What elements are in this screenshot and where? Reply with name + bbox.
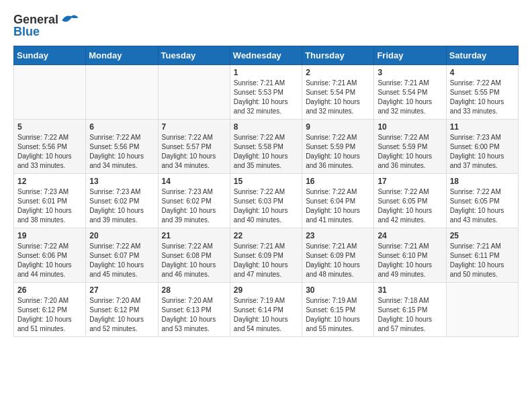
weekday-header-sunday: Sunday: [14, 46, 86, 64]
calendar-cell: 29Sunrise: 7:19 AM Sunset: 6:14 PM Dayli…: [230, 282, 302, 336]
day-number: 21: [162, 231, 226, 240]
calendar-cell: 14Sunrise: 7:23 AM Sunset: 6:02 PM Dayli…: [158, 173, 230, 228]
weekday-header-friday: Friday: [374, 46, 446, 64]
day-info: Sunrise: 7:23 AM Sunset: 6:02 PM Dayligh…: [162, 187, 226, 225]
day-info: Sunrise: 7:23 AM Sunset: 6:02 PM Dayligh…: [89, 187, 154, 225]
day-info: Sunrise: 7:21 AM Sunset: 5:53 PM Dayligh…: [234, 79, 298, 116]
day-info: Sunrise: 7:19 AM Sunset: 6:15 PM Dayligh…: [306, 296, 370, 334]
calendar-cell: 9Sunrise: 7:22 AM Sunset: 5:59 PM Daylig…: [302, 119, 374, 173]
day-info: Sunrise: 7:22 AM Sunset: 6:05 PM Dayligh…: [450, 187, 515, 225]
calendar-cell: 22Sunrise: 7:21 AM Sunset: 6:09 PM Dayli…: [230, 228, 302, 282]
day-number: 24: [378, 231, 442, 240]
calendar-cell: 28Sunrise: 7:20 AM Sunset: 6:13 PM Dayli…: [158, 282, 230, 336]
calendar-cell: 17Sunrise: 7:22 AM Sunset: 6:05 PM Dayli…: [374, 173, 446, 228]
day-number: 11: [450, 122, 515, 132]
day-info: Sunrise: 7:22 AM Sunset: 6:05 PM Dayligh…: [378, 187, 442, 225]
calendar-cell: 19Sunrise: 7:22 AM Sunset: 6:06 PM Dayli…: [14, 228, 86, 282]
calendar-cell: 30Sunrise: 7:19 AM Sunset: 6:15 PM Dayli…: [302, 282, 374, 336]
weekday-header-row: SundayMondayTuesdayWednesdayThursdayFrid…: [14, 46, 519, 64]
day-number: 3: [378, 68, 442, 77]
logo-bird-icon: [60, 12, 79, 26]
calendar-cell: 16Sunrise: 7:22 AM Sunset: 6:04 PM Dayli…: [302, 173, 374, 228]
day-number: 8: [234, 122, 298, 132]
calendar-cell: 10Sunrise: 7:22 AM Sunset: 5:59 PM Dayli…: [374, 119, 446, 173]
calendar-cell: [446, 282, 518, 336]
calendar-week-row: 26Sunrise: 7:20 AM Sunset: 6:12 PM Dayli…: [14, 282, 519, 336]
calendar-week-row: 19Sunrise: 7:22 AM Sunset: 6:06 PM Dayli…: [14, 228, 519, 282]
day-number: 5: [17, 122, 82, 132]
day-info: Sunrise: 7:22 AM Sunset: 6:08 PM Dayligh…: [162, 242, 226, 279]
day-info: Sunrise: 7:22 AM Sunset: 5:56 PM Dayligh…: [89, 133, 154, 171]
day-info: Sunrise: 7:23 AM Sunset: 6:01 PM Dayligh…: [17, 187, 82, 225]
day-info: Sunrise: 7:20 AM Sunset: 6:13 PM Dayligh…: [162, 296, 226, 334]
day-number: 12: [17, 177, 82, 186]
day-number: 26: [17, 285, 82, 295]
calendar-cell: 24Sunrise: 7:21 AM Sunset: 6:10 PM Dayli…: [374, 228, 446, 282]
calendar-cell: 5Sunrise: 7:22 AM Sunset: 5:56 PM Daylig…: [14, 119, 86, 173]
day-number: 28: [162, 285, 226, 295]
day-number: 1: [234, 68, 298, 77]
day-info: Sunrise: 7:22 AM Sunset: 6:04 PM Dayligh…: [306, 187, 370, 225]
calendar-cell: 21Sunrise: 7:22 AM Sunset: 6:08 PM Dayli…: [158, 228, 230, 282]
day-number: 29: [234, 285, 298, 295]
calendar-cell: 26Sunrise: 7:20 AM Sunset: 6:12 PM Dayli…: [14, 282, 86, 336]
calendar-cell: 3Sunrise: 7:21 AM Sunset: 5:54 PM Daylig…: [374, 64, 446, 119]
calendar-cell: 8Sunrise: 7:22 AM Sunset: 5:58 PM Daylig…: [230, 119, 302, 173]
weekday-header-wednesday: Wednesday: [230, 46, 302, 64]
calendar-cell: [14, 64, 86, 119]
calendar-cell: 23Sunrise: 7:21 AM Sunset: 6:09 PM Dayli…: [302, 228, 374, 282]
day-number: 19: [17, 231, 82, 240]
day-number: 14: [162, 177, 226, 186]
day-number: 6: [89, 122, 154, 132]
day-info: Sunrise: 7:22 AM Sunset: 6:03 PM Dayligh…: [234, 187, 298, 225]
weekday-header-saturday: Saturday: [446, 46, 518, 64]
day-info: Sunrise: 7:21 AM Sunset: 5:54 PM Dayligh…: [306, 79, 370, 116]
calendar-cell: 7Sunrise: 7:22 AM Sunset: 5:57 PM Daylig…: [158, 119, 230, 173]
logo: General Blue: [13, 13, 79, 39]
day-info: Sunrise: 7:20 AM Sunset: 6:12 PM Dayligh…: [17, 296, 82, 334]
day-info: Sunrise: 7:21 AM Sunset: 6:09 PM Dayligh…: [306, 242, 370, 279]
calendar-cell: 2Sunrise: 7:21 AM Sunset: 5:54 PM Daylig…: [302, 64, 374, 119]
day-info: Sunrise: 7:21 AM Sunset: 5:54 PM Dayligh…: [378, 79, 442, 116]
day-info: Sunrise: 7:23 AM Sunset: 6:00 PM Dayligh…: [450, 133, 515, 171]
calendar-cell: 13Sunrise: 7:23 AM Sunset: 6:02 PM Dayli…: [86, 173, 158, 228]
day-number: 7: [162, 122, 226, 132]
day-info: Sunrise: 7:22 AM Sunset: 5:59 PM Dayligh…: [378, 133, 442, 171]
day-info: Sunrise: 7:22 AM Sunset: 6:07 PM Dayligh…: [89, 242, 154, 279]
logo-blue: Blue: [13, 26, 40, 39]
day-number: 17: [378, 177, 442, 186]
day-info: Sunrise: 7:22 AM Sunset: 5:56 PM Dayligh…: [17, 133, 82, 171]
day-number: 31: [378, 285, 442, 295]
page-header: General Blue: [13, 13, 519, 39]
day-number: 15: [234, 177, 298, 186]
calendar-cell: [86, 64, 158, 119]
calendar-cell: 1Sunrise: 7:21 AM Sunset: 5:53 PM Daylig…: [230, 64, 302, 119]
day-number: 23: [306, 231, 370, 240]
day-number: 22: [234, 231, 298, 240]
calendar-cell: 31Sunrise: 7:18 AM Sunset: 6:15 PM Dayli…: [374, 282, 446, 336]
weekday-header-monday: Monday: [86, 46, 158, 64]
day-number: 10: [378, 122, 442, 132]
day-number: 13: [89, 177, 154, 186]
day-number: 2: [306, 68, 370, 77]
day-info: Sunrise: 7:20 AM Sunset: 6:12 PM Dayligh…: [89, 296, 154, 334]
day-info: Sunrise: 7:21 AM Sunset: 6:09 PM Dayligh…: [234, 242, 298, 279]
day-number: 20: [89, 231, 154, 240]
calendar-cell: 27Sunrise: 7:20 AM Sunset: 6:12 PM Dayli…: [86, 282, 158, 336]
day-info: Sunrise: 7:22 AM Sunset: 5:55 PM Dayligh…: [450, 79, 515, 116]
calendar-week-row: 5Sunrise: 7:22 AM Sunset: 5:56 PM Daylig…: [14, 119, 519, 173]
calendar-cell: 15Sunrise: 7:22 AM Sunset: 6:03 PM Dayli…: [230, 173, 302, 228]
day-number: 25: [450, 231, 515, 240]
calendar-cell: 4Sunrise: 7:22 AM Sunset: 5:55 PM Daylig…: [446, 64, 518, 119]
day-info: Sunrise: 7:22 AM Sunset: 6:06 PM Dayligh…: [17, 242, 82, 279]
calendar-cell: 11Sunrise: 7:23 AM Sunset: 6:00 PM Dayli…: [446, 119, 518, 173]
day-number: 30: [306, 285, 370, 295]
calendar-cell: [158, 64, 230, 119]
weekday-header-tuesday: Tuesday: [158, 46, 230, 64]
calendar-cell: 6Sunrise: 7:22 AM Sunset: 5:56 PM Daylig…: [86, 119, 158, 173]
day-info: Sunrise: 7:21 AM Sunset: 6:11 PM Dayligh…: [450, 242, 515, 279]
calendar-table: SundayMondayTuesdayWednesdayThursdayFrid…: [13, 46, 519, 337]
day-info: Sunrise: 7:22 AM Sunset: 5:59 PM Dayligh…: [306, 133, 370, 171]
day-number: 4: [450, 68, 515, 77]
calendar-cell: 25Sunrise: 7:21 AM Sunset: 6:11 PM Dayli…: [446, 228, 518, 282]
